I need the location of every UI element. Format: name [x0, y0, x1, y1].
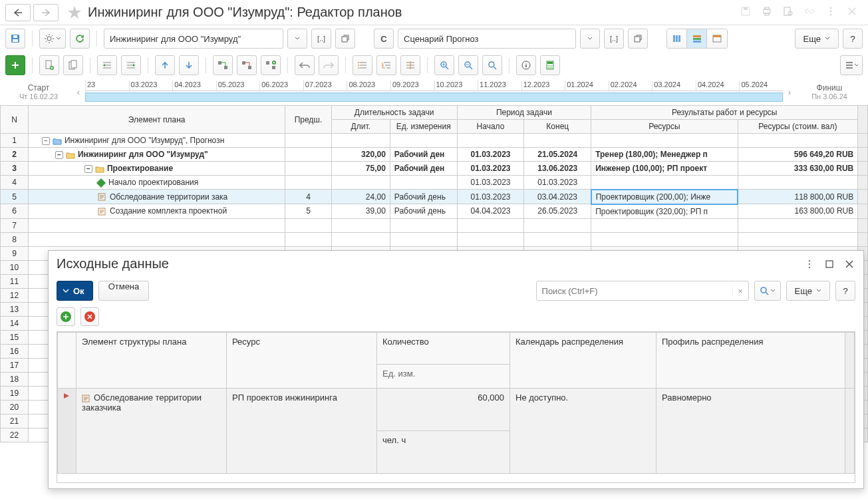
- cell-unit[interactable]: Рабочий ден: [390, 148, 457, 162]
- tree-toggle[interactable]: −: [84, 165, 92, 173]
- cell-pred[interactable]: [285, 176, 331, 190]
- ok-button[interactable]: Ок: [57, 281, 93, 301]
- cell-element[interactable]: Обследование территории заказчика: [76, 389, 227, 474]
- cell-end[interactable]: 26.05.2023: [524, 204, 591, 219]
- link-1-button[interactable]: [213, 55, 233, 75]
- cell-resources[interactable]: Инженер (100,00); РП проект: [591, 162, 738, 176]
- cell-element[interactable]: Обследование территории зака: [28, 190, 285, 204]
- timeline-scroll-left[interactable]: ‹: [72, 87, 85, 97]
- preview-icon[interactable]: [783, 6, 796, 19]
- cell-start[interactable]: 01.03.2023: [457, 162, 524, 176]
- add-button[interactable]: [5, 55, 25, 75]
- zoom-in-button[interactable]: [434, 55, 454, 75]
- link-icon[interactable]: [804, 6, 817, 19]
- indent-button[interactable]: [121, 55, 141, 75]
- help-button[interactable]: ?: [843, 29, 863, 49]
- calc-button[interactable]: [540, 55, 560, 75]
- outdent-button[interactable]: [97, 55, 117, 75]
- cell-element[interactable]: Начало проектирования: [28, 176, 285, 190]
- favorite-star-icon[interactable]: [67, 5, 82, 21]
- grid-row[interactable]: 1 −Инжиниринг для ООО "Изумруд", Прогноз…: [1, 134, 868, 148]
- cell-pred[interactable]: [285, 134, 331, 148]
- grid-row[interactable]: 5 Обследование территории зака 4 24,00 Р…: [1, 190, 868, 204]
- cell-resources[interactable]: [591, 176, 738, 190]
- scenario-selector[interactable]: Сценарий Прогноз: [398, 29, 576, 49]
- cell-start[interactable]: 01.03.2023: [457, 176, 524, 190]
- project-dropdown-icon[interactable]: [287, 29, 307, 49]
- redo-button[interactable]: [319, 55, 339, 75]
- cell-pred[interactable]: 4: [285, 190, 331, 204]
- move-up-button[interactable]: [155, 55, 175, 75]
- cell-dur[interactable]: [331, 176, 390, 190]
- close-icon[interactable]: [847, 6, 860, 19]
- cell-start[interactable]: [457, 134, 524, 148]
- cell-start[interactable]: 04.04.2023: [457, 204, 524, 219]
- save-icon[interactable]: [740, 6, 754, 19]
- doc-copy-button[interactable]: [63, 55, 83, 75]
- cell-resource[interactable]: РП проектов инжиниринга: [227, 389, 377, 474]
- cell-unit[interactable]: [390, 134, 457, 148]
- cell-pred[interactable]: [285, 148, 331, 162]
- link-2-button[interactable]: [237, 55, 257, 75]
- cell-resources[interactable]: Проектировщик (200,00); Инже: [591, 190, 738, 204]
- cell-dur[interactable]: 39,00: [331, 204, 390, 219]
- menu-lines-button[interactable]: [840, 55, 863, 75]
- cell-cost[interactable]: 163 800,00 RUB: [738, 204, 858, 219]
- scenario-dropdown-icon[interactable]: [580, 29, 600, 49]
- cell-pred[interactable]: 5: [285, 204, 331, 219]
- cell-cost[interactable]: [738, 176, 858, 190]
- cell-start[interactable]: 01.03.2023: [457, 148, 524, 162]
- dialog-maximize-icon[interactable]: [823, 258, 835, 270]
- cell-element[interactable]: Создание комплекта проектной: [28, 204, 285, 219]
- timeline-scroll-right[interactable]: ›: [783, 87, 796, 97]
- cell-element[interactable]: −Инжиниринг для ООО "Изумруд", Прогнозн: [28, 134, 285, 148]
- cell-calendar[interactable]: Не доступно.: [510, 389, 656, 474]
- grid-row[interactable]: 4 Начало проектирования 01.03.2023 01.03…: [1, 176, 868, 190]
- cell-cost[interactable]: [738, 134, 858, 148]
- grid-row-empty[interactable]: 7: [1, 218, 868, 232]
- list-1-button[interactable]: [353, 55, 372, 75]
- dialog-delete-button[interactable]: [80, 307, 99, 326]
- search-box[interactable]: ×: [536, 281, 749, 301]
- cell-end[interactable]: [524, 134, 591, 148]
- cell-unit[interactable]: чел. ч: [377, 431, 510, 474]
- cell-cost[interactable]: 333 630,00 RUB: [738, 162, 858, 176]
- cell-unit[interactable]: Рабочий день: [390, 190, 457, 204]
- more-menu[interactable]: Еще: [795, 29, 839, 49]
- kebab-icon[interactable]: [825, 6, 839, 19]
- scenario-brackets-button[interactable]: [..]: [604, 29, 624, 49]
- print-icon[interactable]: [762, 6, 775, 19]
- info-button[interactable]: [516, 55, 536, 75]
- view-mode-3[interactable]: [707, 29, 727, 48]
- cell-dur[interactable]: [331, 134, 390, 148]
- undo-button[interactable]: [295, 55, 315, 75]
- forward-button[interactable]: [33, 4, 59, 21]
- dialog-add-button[interactable]: [57, 307, 75, 326]
- search-button[interactable]: [754, 281, 781, 301]
- cell-start[interactable]: 01.03.2023: [457, 190, 524, 204]
- cell-end[interactable]: 13.06.2023: [524, 162, 591, 176]
- grid-row[interactable]: 2 −Инжиниринг для ООО "Изумруд" 320,00 Р…: [1, 148, 868, 162]
- cell-qty[interactable]: 60,000: [377, 389, 510, 431]
- dialog-help-button[interactable]: ?: [835, 281, 855, 301]
- cell-cost[interactable]: 596 649,20 RUB: [738, 148, 858, 162]
- source-data-grid[interactable]: Элемент структуры плана Ресурс Количеств…: [57, 332, 855, 474]
- cell-end[interactable]: 03.04.2023: [524, 190, 591, 204]
- cell-element[interactable]: −Проектирование: [28, 162, 285, 176]
- cell-dur[interactable]: 75,00: [331, 162, 390, 176]
- project-selector[interactable]: Инжиниринг для ООО "Изумруд": [104, 29, 283, 49]
- link-add-button[interactable]: [261, 55, 281, 75]
- dialog-more-menu[interactable]: Еще: [786, 281, 830, 301]
- cell-unit[interactable]: Рабочий день: [390, 204, 457, 219]
- grid-row[interactable]: 3 −Проектирование 75,00 Рабочий ден 01.0…: [1, 162, 868, 176]
- list-2-button[interactable]: [376, 55, 396, 75]
- cell-resources[interactable]: Проектировщик (320,00); РП п: [591, 204, 738, 219]
- view-mode-1[interactable]: [667, 29, 687, 48]
- cell-dur[interactable]: 320,00: [331, 148, 390, 162]
- cell-unit[interactable]: [390, 176, 457, 190]
- project-brackets-button[interactable]: [..]: [311, 29, 331, 49]
- save-button[interactable]: [5, 29, 25, 49]
- cell-dur[interactable]: 24,00: [331, 190, 390, 204]
- timeline-track[interactable]: 2303.202304.202305.202306.202307.202308.…: [85, 81, 783, 103]
- source-data-row[interactable]: Обследование территории заказчика РП про…: [58, 389, 855, 431]
